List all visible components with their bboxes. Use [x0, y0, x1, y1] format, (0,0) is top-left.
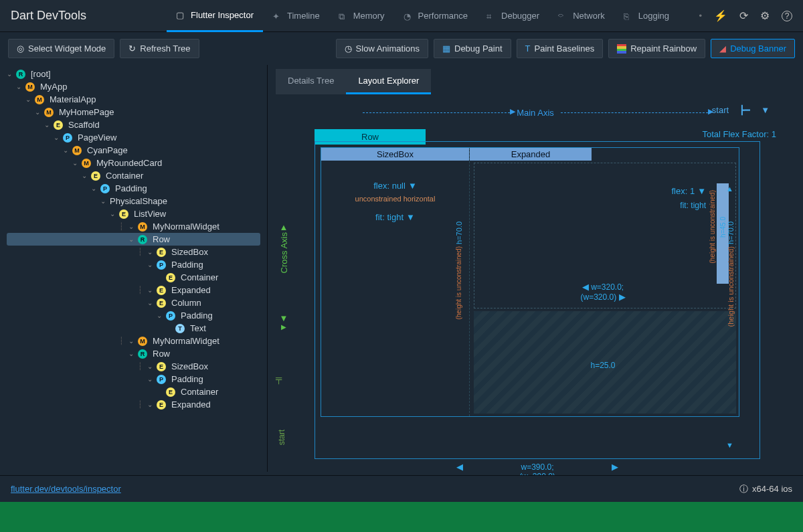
bolt-icon[interactable]: ⚡: [714, 9, 727, 22]
badge-icon: M: [35, 95, 44, 104]
phone-icon: ▢: [176, 10, 185, 19]
tree-node-padding[interactable]: ⌄PPadding: [7, 258, 260, 271]
tab-network[interactable]: ⌔Network: [549, 0, 614, 32]
tree-node-physicalshape[interactable]: ⌄PhysicalShape: [7, 195, 260, 207]
debug-banner-button[interactable]: ◢ Debug Banner: [711, 39, 795, 58]
chevron-down-icon: ⌄: [25, 96, 32, 103]
align-start-icon: ┣━: [739, 105, 750, 115]
cross-axis-start-label: start: [277, 430, 286, 445]
refresh-icon: ↻: [128, 43, 136, 54]
tree-node-myroundedcard[interactable]: ⌄MMyRoundedCard: [7, 157, 260, 169]
select-widget-button[interactable]: ◎ Select Widget Mode: [8, 39, 114, 58]
layers-icon: ⧉: [339, 11, 348, 21]
chevron-down-icon: ▼: [761, 105, 770, 115]
tab-debugger[interactable]: ⌗Debugger: [477, 0, 549, 32]
badge-icon: E: [157, 400, 166, 410]
dot-icon: •: [699, 11, 702, 21]
cross-axis-label: ▲ Cross Axis ▼ ▶: [274, 141, 293, 412]
badge-icon: E: [166, 273, 175, 282]
layout-panel: Details Tree Layout Explorer Main Axis s…: [268, 65, 803, 472]
tree-node-padding[interactable]: ⌄PPadding: [7, 373, 260, 385]
help-icon[interactable]: ?: [782, 11, 792, 21]
chevron-down-icon: ⌄: [7, 70, 13, 78]
badge-icon: T: [175, 324, 185, 333]
tab-details-tree[interactable]: Details Tree: [276, 69, 346, 94]
badge-icon: E: [91, 171, 100, 181]
badge-icon: E: [54, 120, 63, 130]
tree-node-materialapp[interactable]: ⌄MMaterialApp: [7, 93, 260, 106]
tree-node-column[interactable]: ⌄EColumn: [7, 296, 260, 309]
tab-logging[interactable]: ⎘Logging: [614, 0, 679, 32]
badge-icon: R: [16, 70, 25, 79]
clipboard-icon: ⎘: [624, 11, 633, 21]
target-icon: ◎: [17, 43, 24, 54]
chevron-down-icon: ⌄: [110, 210, 116, 217]
tree-node-[root][interactable]: ⌄R[root]: [7, 68, 260, 80]
tab-layout-explorer[interactable]: Layout Explorer: [346, 69, 431, 94]
tree-node-listview[interactable]: ⌄EListView: [7, 207, 260, 220]
debug-paint-button[interactable]: ▦ Debug Paint: [434, 39, 511, 58]
chevron-down-icon: ⌄: [147, 286, 154, 294]
refresh-icon[interactable]: ⟳: [739, 9, 748, 22]
chevron-down-icon: ⌄: [128, 350, 135, 357]
tab-flutter-inspector[interactable]: ▢Flutter Inspector: [167, 0, 263, 32]
chevron-down-icon: ⌄: [16, 83, 23, 90]
total-flex-factor: Total Flex Factor: 1: [702, 129, 776, 139]
tree-node-mynormalwidget[interactable]: ┆ ⌄MMyNormalWidget: [7, 335, 260, 347]
tree-node-text[interactable]: TText: [7, 322, 260, 335]
badge-icon: P: [63, 133, 72, 143]
tab-performance[interactable]: ◔Performance: [394, 0, 477, 32]
w320-label: ◀ w=320.0;(w=320.0) ▶: [470, 282, 736, 302]
tree-node-expanded[interactable]: ┆ ⌄EExpanded: [7, 398, 260, 411]
chevron-down-icon: ⌄: [54, 134, 60, 141]
chevron-down-icon: ▼: [697, 186, 706, 196]
tree-node-padding[interactable]: ⌄PPadding: [7, 309, 260, 322]
paint-baselines-button[interactable]: T Paint Baselines: [517, 39, 604, 58]
platform-status: x64-64 ios: [752, 484, 792, 494]
cross-axis-alignment-select[interactable]: ╤: [276, 373, 282, 383]
fit-tight-select[interactable]: fit: tight ▼: [321, 212, 469, 222]
gauge-icon: ◔: [404, 11, 413, 21]
tree-node-container[interactable]: EContainer: [7, 271, 260, 284]
main-axis-label: Main Axis: [315, 108, 756, 118]
tree-node-row[interactable]: ⌄RRow: [7, 233, 260, 246]
header-actions: •⚡⟳⚙?: [699, 9, 792, 22]
tree-node-mynormalwidget[interactable]: ┆ ⌄MMyNormalWidget: [7, 220, 260, 233]
flex-null-select[interactable]: flex: null ▼: [321, 181, 469, 191]
slow-animations-button[interactable]: ◷ Slow Animations: [336, 39, 428, 58]
chevron-down-icon: ⌄: [91, 185, 98, 192]
tree-node-sizedbox[interactable]: ┆ ⌄ESizedBox: [7, 246, 260, 258]
banner-icon: ◢: [719, 43, 726, 54]
app-header: Dart DevTools ▢Flutter Inspector✦Timelin…: [0, 0, 803, 32]
h25-label: h=25.0: [470, 361, 736, 370]
tree-node-pageview[interactable]: ⌄PPageView: [7, 131, 260, 144]
tree-node-cyanpage[interactable]: ⌄MCyanPage: [7, 144, 260, 157]
docs-link[interactable]: flutter.dev/devtools/inspector: [11, 484, 121, 494]
tab-timeline[interactable]: ✦Timeline: [263, 0, 329, 32]
tree-node-container[interactable]: EContainer: [7, 385, 260, 398]
badge-icon: M: [138, 222, 147, 232]
badge-icon: R: [138, 349, 147, 359]
flex-1-select[interactable]: flex: 1 ▼: [671, 186, 706, 196]
tree-node-row[interactable]: ⌄RRow: [7, 347, 260, 360]
gear-icon[interactable]: ⚙: [760, 9, 770, 22]
chevron-down-icon: ⌄: [147, 401, 154, 408]
tree-node-sizedbox[interactable]: ┆ ⌄ESizedBox: [7, 360, 260, 373]
badge-icon: E: [166, 387, 175, 397]
repaint-rainbow-button[interactable]: Repaint Rainbow: [608, 39, 705, 58]
tree-node-scaffold[interactable]: ⌄EScaffold: [7, 118, 260, 131]
unconstrained-warning: unconstrained horizontal: [321, 195, 469, 203]
chevron-down-icon: ⌄: [147, 363, 154, 370]
tree-node-expanded[interactable]: ┆ ⌄EExpanded: [7, 284, 260, 296]
main-axis-alignment-select[interactable]: start ┣━ ▼: [712, 105, 770, 115]
tree-node-container[interactable]: ⌄EContainer: [7, 169, 260, 182]
sizedbox-region[interactable]: SizedBox flex: null ▼ unconstrained hori…: [321, 148, 470, 416]
widget-tree[interactable]: ⌄R[root]⌄MMyApp⌄MMaterialApp⌄MMyHomePage…: [0, 65, 268, 472]
tree-node-myhomepage[interactable]: ⌄MMyHomePage: [7, 106, 260, 118]
refresh-tree-button[interactable]: ↻ Refresh Tree: [120, 39, 199, 58]
chevron-down-icon: ⌄: [147, 375, 154, 383]
tree-node-padding[interactable]: ⌄PPadding: [7, 182, 260, 195]
chevron-down-icon: ⌄: [128, 223, 135, 230]
tree-node-myapp[interactable]: ⌄MMyApp: [7, 80, 260, 93]
tab-memory[interactable]: ⧉Memory: [329, 0, 394, 32]
